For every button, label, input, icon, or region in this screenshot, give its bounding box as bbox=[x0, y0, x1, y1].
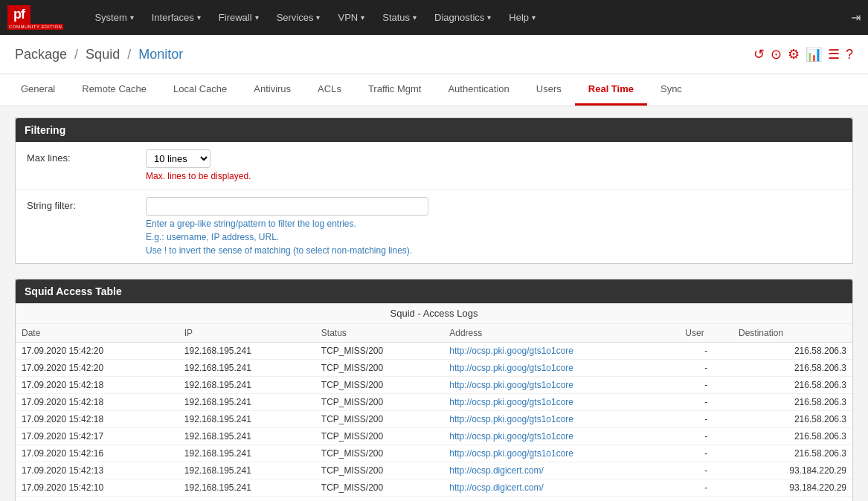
string-filter-row: String filter: Enter a grep-like string/… bbox=[16, 190, 852, 263]
nav-vpn[interactable]: VPN ▾ bbox=[329, 0, 373, 35]
filtering-heading: Filtering bbox=[16, 118, 852, 142]
cell-destination: 93.184.220.29 bbox=[733, 497, 852, 502]
cell-user: - bbox=[679, 394, 733, 411]
nav-status[interactable]: Status ▾ bbox=[373, 0, 425, 35]
content-area: Filtering Max lines: 10 lines 20 lines 5… bbox=[0, 106, 868, 501]
address-link[interactable]: http://ocsp.pki.goog/gts1o1core bbox=[449, 397, 573, 407]
string-filter-hint2: E.g.: username, IP address, URL. bbox=[146, 232, 841, 242]
nav-interfaces[interactable]: Interfaces ▾ bbox=[143, 0, 210, 35]
address-link[interactable]: http://ocsp.digicert.com/ bbox=[449, 465, 544, 476]
address-link[interactable]: http://ocsp.pki.goog/gts1o1core bbox=[449, 346, 573, 356]
logout-icon[interactable]: ⇥ bbox=[851, 10, 861, 25]
cell-date: 17.09.2020 15:42:20 bbox=[16, 343, 179, 360]
th-destination: Destination bbox=[733, 324, 852, 343]
max-lines-label: Max lines: bbox=[27, 149, 146, 164]
cell-date: 17.09.2020 15:42:20 bbox=[16, 360, 179, 377]
tab-traffic-mgmt[interactable]: Traffic Mgmt bbox=[355, 74, 435, 106]
th-date: Date bbox=[16, 324, 179, 343]
tab-authentication[interactable]: Authentication bbox=[434, 74, 522, 106]
table-row: 17.09.2020 15:42:18 192.168.195.241 TCP_… bbox=[16, 377, 852, 394]
cell-destination: 216.58.206.3 bbox=[733, 360, 852, 377]
cell-date: 17.09.2020 15:42:18 bbox=[16, 394, 179, 411]
cell-status: TCP_MISS/200 bbox=[315, 411, 443, 428]
caret-icon: ▾ bbox=[197, 13, 201, 22]
tab-antivirus[interactable]: Antivirus bbox=[240, 74, 304, 106]
cell-address: http://ocsp.pki.goog/gts1o1core bbox=[443, 394, 679, 411]
tabs-bar: General Remote Cache Local Cache Antivir… bbox=[0, 74, 868, 106]
cell-address: http://ocsp.pki.goog/gts1o1core bbox=[443, 411, 679, 428]
address-link[interactable]: http://ocsp.pki.goog/gts1o1core bbox=[449, 363, 573, 373]
th-address: Address bbox=[443, 324, 679, 343]
th-ip: IP bbox=[179, 324, 315, 343]
table-row: 17.09.2020 15:42:18 192.168.195.241 TCP_… bbox=[16, 394, 852, 411]
tab-local-cache[interactable]: Local Cache bbox=[160, 74, 240, 106]
address-link[interactable]: http://ocsp.pki.goog/gts1o1core bbox=[449, 414, 573, 424]
cell-ip: 192.168.195.241 bbox=[179, 479, 315, 497]
table-body: 17.09.2020 15:42:20 192.168.195.241 TCP_… bbox=[16, 343, 852, 502]
refresh-icon[interactable]: ↺ bbox=[753, 46, 765, 62]
cell-status: TCP_MISS/200 bbox=[315, 428, 443, 445]
nav-system[interactable]: System ▾ bbox=[86, 0, 142, 35]
cell-ip: 192.168.195.241 bbox=[179, 360, 315, 377]
page-header-icons: ↺ ⊙ ⚙ 📊 ☰ ? bbox=[753, 46, 853, 62]
stop-icon[interactable]: ⊙ bbox=[771, 46, 782, 62]
tab-remote-cache[interactable]: Remote Cache bbox=[68, 74, 160, 106]
table-row: 17.09.2020 15:42:10 192.168.195.241 TCP_… bbox=[16, 479, 852, 497]
table-row: 17.09.2020 15:42:20 192.168.195.241 TCP_… bbox=[16, 360, 852, 377]
settings-icon[interactable]: ⚙ bbox=[788, 46, 800, 62]
tab-general[interactable]: General bbox=[7, 74, 68, 106]
cell-date: 17.09.2020 15:42:16 bbox=[16, 445, 179, 462]
breadcrumb: Package / Squid / Monitor bbox=[15, 47, 183, 62]
cell-ip: 192.168.195.241 bbox=[179, 462, 315, 479]
cell-destination: 93.184.220.29 bbox=[733, 479, 852, 497]
cell-address: http://ocsp.pki.goog/gts1o1core bbox=[443, 428, 679, 445]
cell-address: http://ocsp.pki.goog/gts1o1core bbox=[443, 360, 679, 377]
cell-address: http://ocsp.digicert.com/ bbox=[443, 462, 679, 479]
list-icon[interactable]: ☰ bbox=[828, 46, 840, 62]
cell-user: - bbox=[679, 343, 733, 360]
cell-status: TCP_MISS/200 bbox=[315, 343, 443, 360]
tab-real-time[interactable]: Real Time bbox=[575, 74, 647, 106]
max-lines-select[interactable]: 10 lines 20 lines 50 lines 100 lines bbox=[146, 149, 210, 168]
address-link[interactable]: http://ocsp.pki.goog/gts1o1core bbox=[449, 431, 573, 442]
tab-acls[interactable]: ACLs bbox=[304, 74, 355, 106]
cell-ip: 192.168.195.241 bbox=[179, 411, 315, 428]
max-lines-content: 10 lines 20 lines 50 lines 100 lines Max… bbox=[146, 149, 841, 181]
access-table: Date IP Status Address User Destination … bbox=[16, 324, 852, 501]
cell-address: http://ocsp.digicert.com/ bbox=[443, 497, 679, 502]
cell-destination: 93.184.220.29 bbox=[733, 462, 852, 479]
logo-edition: COMMUNITY EDITION bbox=[7, 24, 63, 30]
help-icon[interactable]: ? bbox=[846, 47, 853, 62]
cell-user: - bbox=[679, 479, 733, 497]
cell-user: - bbox=[679, 360, 733, 377]
cell-status: TCP_MISS/200 bbox=[315, 377, 443, 394]
cell-user: - bbox=[679, 445, 733, 462]
cell-address: http://ocsp.pki.goog/gts1o1core bbox=[443, 445, 679, 462]
filtering-panel: Filtering Max lines: 10 lines 20 lines 5… bbox=[15, 117, 853, 264]
breadcrumb-sep1: / bbox=[74, 47, 78, 62]
cell-date: 17.09.2020 15:42:18 bbox=[16, 411, 179, 428]
cell-address: http://ocsp.pki.goog/gts1o1core bbox=[443, 377, 679, 394]
string-filter-input[interactable] bbox=[146, 197, 428, 216]
address-link[interactable]: http://ocsp.pki.goog/gts1o1core bbox=[449, 380, 573, 390]
cell-user: - bbox=[679, 462, 733, 479]
cell-destination: 216.58.206.3 bbox=[733, 411, 852, 428]
cell-user: - bbox=[679, 377, 733, 394]
brand: pf COMMUNITY EDITION bbox=[7, 5, 71, 30]
breadcrumb-monitor: Monitor bbox=[138, 47, 183, 62]
address-link[interactable]: http://ocsp.pki.goog/gts1o1core bbox=[449, 448, 573, 459]
th-user: User bbox=[679, 324, 733, 343]
tab-sync[interactable]: Sync bbox=[647, 74, 695, 106]
cell-status: TCP_MISS/200 bbox=[315, 445, 443, 462]
table-row: 17.09.2020 15:42:17 192.168.195.241 TCP_… bbox=[16, 428, 852, 445]
cell-date: 17.09.2020 15:42:00 bbox=[16, 497, 179, 502]
address-link[interactable]: http://ocsp.digicert.com/ bbox=[449, 482, 544, 493]
nav-services[interactable]: Services ▾ bbox=[268, 0, 329, 35]
nav-help[interactable]: Help ▾ bbox=[500, 0, 544, 35]
nav-firewall[interactable]: Firewall ▾ bbox=[210, 0, 268, 35]
cell-destination: 216.58.206.3 bbox=[733, 428, 852, 445]
tab-users[interactable]: Users bbox=[523, 74, 575, 106]
breadcrumb-package: Package bbox=[15, 47, 67, 62]
nav-diagnostics[interactable]: Diagnostics ▾ bbox=[425, 0, 500, 35]
chart-icon[interactable]: 📊 bbox=[806, 46, 822, 62]
